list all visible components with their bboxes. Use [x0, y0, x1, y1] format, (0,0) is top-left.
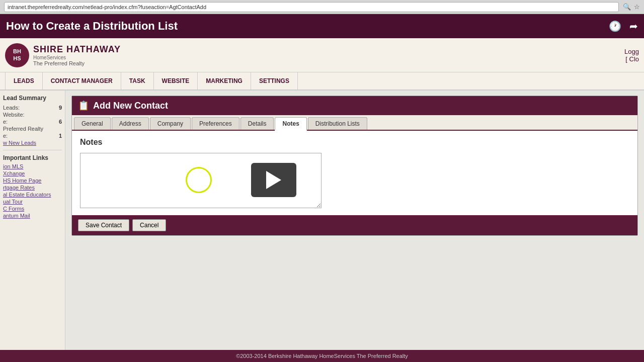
company-name: SHIRE HATHAWAY [33, 44, 121, 55]
url-bar[interactable]: intranet.thepreferredrealty.com/netlead-… [4, 2, 619, 12]
cancel-button[interactable]: Cancel [132, 219, 166, 231]
tab-distribution-lists[interactable]: Distribution Lists [308, 117, 367, 130]
logo-text: SHIRE HATHAWAY HomeServices The Preferre… [33, 44, 121, 66]
site-header: BHHS SHIRE HATHAWAY HomeServices The Pre… [0, 38, 644, 72]
sidebar-link-xchange[interactable]: Xchange [3, 170, 62, 176]
navbar: LEADS CONTACT MANAGER TASK WEBSITE MARKE… [0, 72, 644, 90]
tab-details[interactable]: Details [240, 117, 274, 130]
contact-footer: Save Contact Cancel [72, 215, 637, 235]
sidebar-divider [3, 150, 62, 150]
contact-form-title: Add New Contact [93, 101, 168, 111]
url-text: intranet.thepreferredrealty.com/netlead-… [8, 4, 206, 10]
sidebar-link-ion-mls[interactable]: ion MLS [3, 163, 62, 169]
sidebar-link-hs-home[interactable]: HS Home Page [3, 177, 62, 184]
nav-task[interactable]: TASK [121, 72, 154, 90]
main-layout: Lead Summary Leads: 9 Website: e: 6 Pref… [0, 90, 644, 350]
logo-badge: BHHS [5, 43, 29, 67]
sidebar-stat-preferred: Preferred Realty [3, 126, 62, 132]
sidebar-stat-website: Website: [3, 112, 62, 118]
notes-editor-area [80, 153, 321, 208]
sidebar-link-real-estate[interactable]: al Estate Educators [3, 192, 62, 198]
tab-company[interactable]: Company [150, 117, 191, 130]
sidebar: Lead Summary Leads: 9 Website: e: 6 Pref… [0, 90, 65, 350]
sidebar-link-quantum[interactable]: antum Mail [3, 213, 62, 219]
save-contact-button[interactable]: Save Contact [78, 219, 129, 231]
nav-leads[interactable]: LEADS [5, 72, 43, 90]
contact-header-icon: 📋 [78, 100, 89, 111]
star-icon: ☆ [634, 3, 640, 11]
footer-text: ©2003-2014 Berkshire Hathaway HomeServic… [236, 353, 408, 359]
tab-preferences[interactable]: Preferences [192, 117, 239, 130]
sidebar-stat-e1: e: 6 [3, 119, 62, 125]
page-title: How to Create a Distribution List [6, 20, 178, 33]
notes-content: Notes [72, 131, 637, 215]
contact-box: 📋 Add New Contact General Address Compan… [71, 96, 638, 236]
nav-contact-manager[interactable]: CONTACT MANAGER [43, 72, 121, 90]
browser-icons: 🔍 ☆ [623, 3, 640, 11]
browser-bar: intranet.thepreferredrealty.com/netlead-… [0, 0, 644, 14]
notes-section-title: Notes [80, 138, 629, 147]
contact-header: 📋 Add New Contact [72, 96, 637, 115]
header-login[interactable]: Logg [ Clo [624, 48, 639, 63]
tab-general[interactable]: General [74, 117, 111, 130]
title-bar: How to Create a Distribution List 🕐 ➦ [0, 14, 644, 38]
nav-website[interactable]: WEBSITE [154, 72, 198, 90]
sidebar-link-c-forms[interactable]: C Forms [3, 206, 62, 212]
company-tagline: The Preferred Realty [33, 60, 121, 66]
clock-icon: 🕐 [609, 20, 621, 32]
nav-settings[interactable]: SETTINGS [251, 72, 298, 90]
search-icon: 🔍 [623, 3, 631, 11]
page-footer: ©2003-2014 Berkshire Hathaway HomeServic… [0, 350, 644, 362]
sidebar-link-mortgage[interactable]: rtgage Rates [3, 185, 62, 191]
sidebar-stat-e2: e: 1 [3, 133, 62, 139]
sidebar-stat-leads: Leads: 9 [3, 105, 62, 111]
tab-address[interactable]: Address [112, 117, 149, 130]
video-play-button[interactable] [251, 163, 296, 197]
logo-area: BHHS SHIRE HATHAWAY HomeServices The Pre… [5, 43, 121, 67]
title-bar-icons: 🕐 ➦ [609, 20, 638, 32]
nav-marketing[interactable]: MARKETING [198, 72, 251, 90]
login-text: Logg [624, 48, 639, 55]
close-text: [ Clo [624, 55, 639, 63]
sidebar-link-virtual-tour[interactable]: ual Tour [3, 199, 62, 205]
sidebar-section-important-links: Important Links [3, 154, 62, 161]
share-icon: ➦ [629, 20, 638, 32]
sidebar-section-lead-summary: Lead Summary [3, 95, 62, 102]
sidebar-link-new-leads[interactable]: w New Leads [3, 140, 62, 146]
play-triangle-icon [266, 171, 281, 189]
tab-notes[interactable]: Notes [275, 117, 306, 131]
company-sub: HomeServices [33, 55, 121, 60]
content-area: 📋 Add New Contact General Address Compan… [65, 90, 644, 350]
tabs-bar: General Address Company Preferences Deta… [72, 115, 637, 131]
